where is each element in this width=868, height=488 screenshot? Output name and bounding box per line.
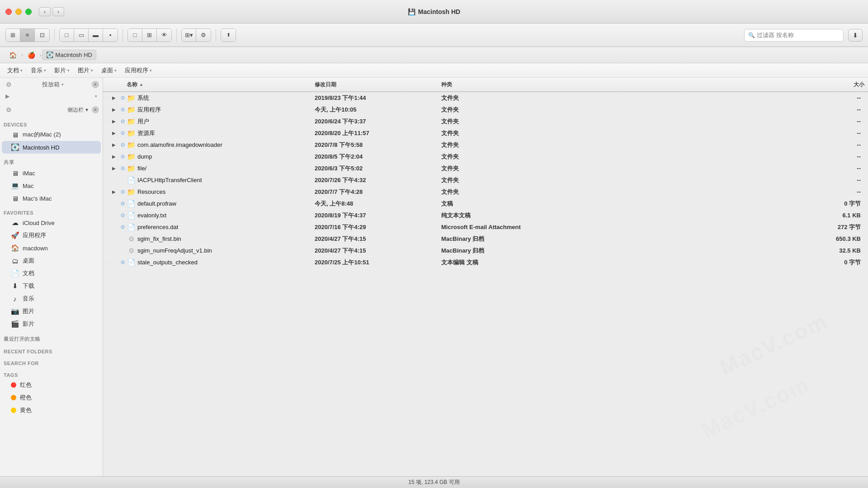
sidebar-close-button[interactable]: ✕ <box>92 81 99 88</box>
table-row[interactable]: ⊙ 📄 evalonly.txt 2020/8/19 下午4:37 纯文本文稿 … <box>103 210 868 221</box>
path-home[interactable]: 🏠 <box>5 50 20 60</box>
table-row[interactable]: ⊙ 📄 preferences.dat 2020/7/16 下午4:29 Mic… <box>103 221 868 233</box>
quick-movies[interactable]: 影片 ▾ <box>51 65 73 76</box>
table-row[interactable]: ▶ ⊙ 📁 dump 2020/8/5 下午2:04 文件夹 -- <box>103 151 868 163</box>
fullscreen-button[interactable] <box>25 9 32 15</box>
expand-arrow[interactable]: ▶ <box>110 118 118 125</box>
share-group: ⬆ <box>221 28 236 42</box>
file-name: default.profraw <box>137 200 176 207</box>
sidebar-item-桌面[interactable]: 🗂桌面 <box>2 254 101 267</box>
table-row[interactable]: ▶ ⊙ 📁 Resources 2020/7/7 下午4:28 文件夹 -- <box>103 186 868 198</box>
table-row[interactable]: ⚙ sgim_fix_first.bin 2020/4/27 下午4:15 Ma… <box>103 233 868 245</box>
sidebar-item-mac's-imac[interactable]: 🖥Mac's iMac <box>2 192 101 205</box>
preview-group: □ ⊞ 👁 <box>127 28 172 42</box>
download-button[interactable]: ⬇ <box>848 29 863 42</box>
table-row[interactable]: ⊙ 📄 default.profraw 今天, 上午8:48 文稿 0 字节 <box>103 198 868 210</box>
eject-row[interactable]: ▶ ▾ <box>0 91 103 101</box>
eye-view-button[interactable]: 👁 <box>157 29 171 42</box>
expand-arrow[interactable]: ▶ <box>110 188 118 196</box>
name-cell: ⚙ sgim_fix_first.bin <box>103 235 311 243</box>
quick-pictures[interactable]: 图片 ▾ <box>74 65 97 76</box>
sidebar-tag-黄色[interactable]: 黄色 <box>2 404 101 417</box>
table-row[interactable]: ▶ ⊙ 📁 用户 2020/6/24 下午3:37 文件夹 -- <box>103 116 868 127</box>
file-icon: 📁 <box>127 188 136 196</box>
col-date-header[interactable]: 修改日期 <box>311 81 438 89</box>
title-icon: 💾 <box>408 8 415 15</box>
col-size-header[interactable]: 大小 <box>573 81 868 89</box>
sidebar-tag-橙色[interactable]: 橙色 <box>2 391 101 404</box>
dropbox-area[interactable]: 投放箱 ▾ <box>14 80 92 89</box>
close-button[interactable] <box>5 9 12 15</box>
col-name-label: 名称 <box>127 81 137 89</box>
search-for-header-row: Search For <box>0 357 103 367</box>
expand-arrow <box>110 177 118 184</box>
quick-applications[interactable]: 应用程序 ▾ <box>121 65 156 76</box>
table-row[interactable]: ▶ ⊙ 📁 系统 2019/8/23 下午1:44 文件夹 -- <box>103 92 868 104</box>
col-type-header[interactable]: 种类 <box>438 81 573 89</box>
table-row[interactable]: ▶ ⊙ 📁 com.alamofire.imagedownloader 2020… <box>103 139 868 151</box>
list-view-button[interactable]: ≡ <box>20 29 35 42</box>
search-filter-input[interactable] <box>757 32 840 38</box>
sidebar-item-label: 桌面 <box>23 257 34 265</box>
path-macintosh-hd[interactable]: 💽 Macintosh HD <box>42 50 96 60</box>
layout-btn-4[interactable]: ▪ <box>103 29 118 42</box>
sidebar-item-mac[interactable]: 💻Mac <box>2 179 101 192</box>
sidebar-item-macdown[interactable]: 🏠macdown <box>2 242 101 254</box>
icon-view-button[interactable]: ⊞ <box>6 29 20 42</box>
expand-arrow[interactable]: ▶ <box>110 106 118 113</box>
table-row[interactable]: ▶ ⊙ 📁 file/ 2020/6/3 下午5:02 文件夹 -- <box>103 163 868 174</box>
table-row[interactable]: ⊙ 📄 stale_outputs_checked 2020/7/25 上午10… <box>103 257 868 268</box>
quick-documents[interactable]: 文档 ▾ <box>4 65 26 76</box>
table-row[interactable]: ⚙ sgim_numFreqAdjust_v1.bin 2020/4/27 下午… <box>103 245 868 257</box>
layout-btn-3[interactable]: ▬ <box>89 29 103 42</box>
sidebar-item-icloud-drive[interactable]: ☁iCloud Drive <box>2 216 101 229</box>
name-cell: ⊙ 📄 stale_outputs_checked <box>103 258 311 267</box>
sidebar-item-应用程序[interactable]: 🚀应用程序 <box>2 229 101 242</box>
column-view-button[interactable]: ⊡ <box>35 29 49 42</box>
sidebar-item-mac的imac-(2)[interactable]: 🖥mac的iMac (2) <box>2 128 101 141</box>
sidebar-item-icon: 📷 <box>11 307 19 315</box>
back-button[interactable]: ‹ <box>39 7 51 16</box>
sidebar-toggle[interactable]: 侧边栏 ▾ <box>67 106 88 114</box>
sort-button[interactable]: ⊞▾ <box>182 29 196 42</box>
table-row[interactable]: ▶ ⊙ 📁 资源库 2020/8/20 上午11:57 文件夹 -- <box>103 127 868 139</box>
layout-btn-2[interactable]: ▭ <box>74 29 89 42</box>
quick-desktop[interactable]: 桌面 ▾ <box>98 65 120 76</box>
file-size: -- <box>573 118 868 125</box>
sidebar-item-图片[interactable]: 📷图片 <box>2 305 101 318</box>
sidebar-item-icon: 📄 <box>11 269 19 277</box>
preview-btn-2[interactable]: ⊞ <box>142 29 157 42</box>
tag-label: 橙色 <box>20 394 32 402</box>
sidebar-gear-button[interactable]: ⚙ <box>4 80 14 89</box>
toolbar-separator-1 <box>54 29 55 42</box>
sidebar-item-imac[interactable]: 🖥iMac <box>2 167 101 179</box>
sidebar-item-音乐[interactable]: ♪音乐 <box>2 292 101 305</box>
expand-arrow[interactable]: ▶ <box>110 141 118 149</box>
expand-arrow[interactable]: ▶ <box>110 94 118 102</box>
expand-arrow[interactable]: ▶ <box>110 165 118 172</box>
share-button[interactable]: ⬆ <box>221 29 236 42</box>
toolbar-separator-2 <box>123 29 123 42</box>
col-name-header[interactable]: 名称 ▲ <box>103 81 311 89</box>
sidebar-tag-红色[interactable]: 红色 <box>2 379 101 391</box>
apple-icon: 🍎 <box>28 52 35 59</box>
layout-btn-1[interactable]: □ <box>60 29 74 42</box>
minimize-button[interactable] <box>15 9 22 15</box>
path-apple[interactable]: 🍎 <box>24 50 39 60</box>
expand-arrow[interactable]: ▶ <box>110 130 118 137</box>
sidebar-item-影片[interactable]: 🎬影片 <box>2 318 101 330</box>
sidebar-item-macintosh-hd[interactable]: 💽Macintosh HD <box>2 141 101 154</box>
table-row[interactable]: ▶ ⊙ 📁 应用程序 今天, 上午10:05 文件夹 -- <box>103 104 868 116</box>
name-cell: ▶ ⊙ 📁 dump <box>103 153 311 161</box>
sidebar-section-gear[interactable]: ⚙ <box>4 105 14 115</box>
forward-button[interactable]: › <box>52 7 64 16</box>
sidebar-section-close[interactable]: ✕ <box>92 106 99 113</box>
sidebar-item-下载[interactable]: ⬇下载 <box>2 280 101 292</box>
preview-btn-1[interactable]: □ <box>128 29 142 42</box>
file-type: 文件夹 <box>438 94 573 102</box>
sidebar-item-文档[interactable]: 📄文档 <box>2 267 101 280</box>
action-button[interactable]: ⚙ <box>196 29 211 42</box>
quick-music[interactable]: 音乐 ▾ <box>27 65 50 76</box>
table-row[interactable]: 📄 IACPLHttpTransferClient 2020/7/26 下午4:… <box>103 174 868 186</box>
expand-arrow[interactable]: ▶ <box>110 153 118 160</box>
